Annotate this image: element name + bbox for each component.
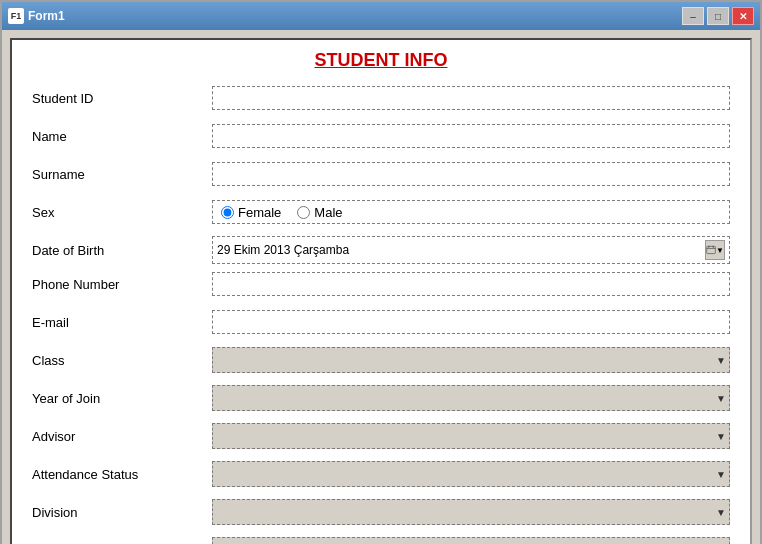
dob-label: Date of Birth <box>32 243 212 258</box>
sub-division-select[interactable] <box>212 537 730 544</box>
name-input[interactable] <box>212 124 730 148</box>
window-title: Form1 <box>28 9 65 23</box>
division-select-wrapper: ▼ <box>212 499 730 525</box>
year-of-join-select-wrapper: ▼ <box>212 385 730 411</box>
attendance-status-field: ▼ <box>212 461 730 487</box>
name-field <box>212 124 730 148</box>
sex-field: Female Male <box>212 200 730 224</box>
phone-field <box>212 272 730 296</box>
sub-division-field: ▼ <box>212 537 730 544</box>
student-id-field <box>212 86 730 110</box>
male-radio-label[interactable]: Male <box>297 205 342 220</box>
year-of-join-label: Year of Join <box>32 391 212 406</box>
surname-input[interactable] <box>212 162 730 186</box>
male-label-text: Male <box>314 205 342 220</box>
student-id-label: Student ID <box>32 91 212 106</box>
email-row: E-mail <box>32 307 730 337</box>
date-picker: 29 Ekim 2013 Çarşamba ▼ <box>212 236 730 264</box>
form-container: STUDENT INFO Student ID Name Surname <box>10 38 752 544</box>
dob-row: Date of Birth 29 Ekim 2013 Çarşamba ▼ <box>32 235 730 265</box>
year-of-join-row: Year of Join ▼ <box>32 383 730 413</box>
minimize-button[interactable]: – <box>682 7 704 25</box>
calendar-dropdown-arrow: ▼ <box>716 246 724 255</box>
close-button[interactable]: ✕ <box>732 7 754 25</box>
year-of-join-select[interactable] <box>212 385 730 411</box>
surname-field <box>212 162 730 186</box>
email-label: E-mail <box>32 315 212 330</box>
title-bar-left: F1 Form1 <box>8 8 65 24</box>
student-id-row: Student ID <box>32 83 730 113</box>
advisor-select[interactable] <box>212 423 730 449</box>
calendar-icon <box>706 243 716 257</box>
advisor-select-wrapper: ▼ <box>212 423 730 449</box>
dob-field: 29 Ekim 2013 Çarşamba ▼ <box>212 236 730 264</box>
window-icon: F1 <box>8 8 24 24</box>
advisor-field: ▼ <box>212 423 730 449</box>
advisor-row: Advisor ▼ <box>32 421 730 451</box>
email-input[interactable] <box>212 310 730 334</box>
main-window: F1 Form1 – □ ✕ STUDENT INFO Student ID N… <box>0 0 762 544</box>
division-row: Division ▼ <box>32 497 730 527</box>
svg-rect-0 <box>707 246 716 253</box>
sub-division-row: Sub Division ▼ <box>32 535 730 544</box>
year-of-join-field: ▼ <box>212 385 730 411</box>
name-label: Name <box>32 129 212 144</box>
attendance-status-select[interactable] <box>212 461 730 487</box>
advisor-label: Advisor <box>32 429 212 444</box>
female-label-text: Female <box>238 205 281 220</box>
attendance-status-label: Attendance Status <box>32 467 212 482</box>
sex-row: Sex Female Male <box>32 197 730 227</box>
attendance-status-select-wrapper: ▼ <box>212 461 730 487</box>
phone-row: Phone Number <box>32 269 730 299</box>
window-body: STUDENT INFO Student ID Name Surname <box>2 30 760 544</box>
surname-label: Surname <box>32 167 212 182</box>
class-select-wrapper: ▼ <box>212 347 730 373</box>
attendance-status-row: Attendance Status ▼ <box>32 459 730 489</box>
name-row: Name <box>32 121 730 151</box>
division-select[interactable] <box>212 499 730 525</box>
title-bar-buttons: – □ ✕ <box>682 7 754 25</box>
class-label: Class <box>32 353 212 368</box>
date-picker-button[interactable]: ▼ <box>705 240 725 260</box>
email-field <box>212 310 730 334</box>
sex-label: Sex <box>32 205 212 220</box>
male-radio[interactable] <box>297 206 310 219</box>
form-title: STUDENT INFO <box>32 50 730 71</box>
female-radio[interactable] <box>221 206 234 219</box>
student-id-input[interactable] <box>212 86 730 110</box>
surname-row: Surname <box>32 159 730 189</box>
title-bar: F1 Form1 – □ ✕ <box>2 2 760 30</box>
class-row: Class ▼ <box>32 345 730 375</box>
class-field: ▼ <box>212 347 730 373</box>
phone-input[interactable] <box>212 272 730 296</box>
date-value: 29 Ekim 2013 Çarşamba <box>217 243 701 257</box>
female-radio-label[interactable]: Female <box>221 205 281 220</box>
division-field: ▼ <box>212 499 730 525</box>
phone-label: Phone Number <box>32 277 212 292</box>
sub-division-select-wrapper: ▼ <box>212 537 730 544</box>
division-label: Division <box>32 505 212 520</box>
class-select[interactable] <box>212 347 730 373</box>
maximize-button[interactable]: □ <box>707 7 729 25</box>
sex-radio-group: Female Male <box>212 200 730 224</box>
